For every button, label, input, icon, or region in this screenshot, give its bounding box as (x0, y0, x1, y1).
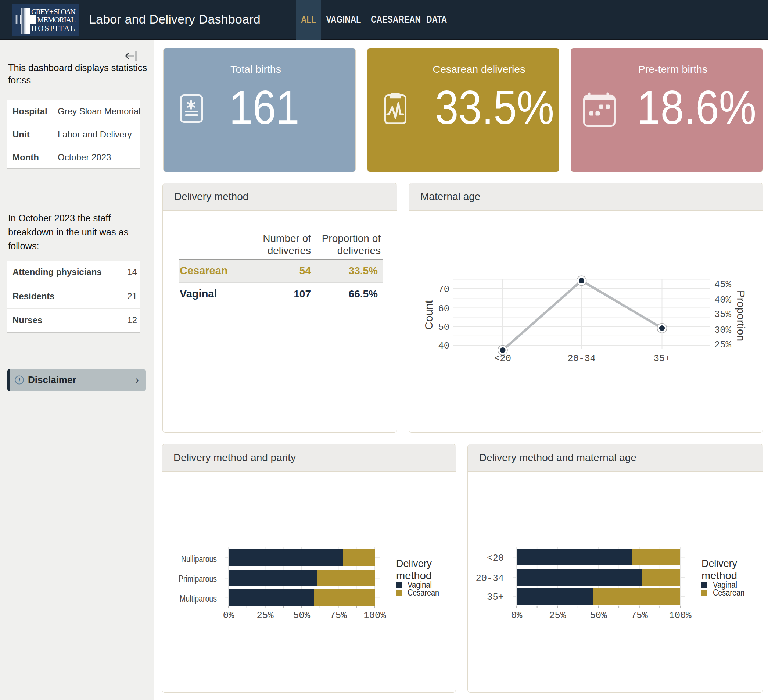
svg-text:Proportion: Proportion (735, 290, 747, 341)
svg-text:<20: <20 (494, 353, 511, 364)
svg-text:35%: 35% (714, 309, 732, 320)
svg-text:35+: 35+ (487, 592, 504, 602)
svg-text:0%: 0% (223, 610, 234, 621)
svg-text:20-34: 20-34 (567, 353, 596, 364)
svg-text:<20: <20 (487, 553, 504, 564)
svg-text:100%: 100% (669, 610, 691, 621)
svg-text:40: 40 (438, 341, 450, 351)
svg-text:75%: 75% (330, 610, 347, 621)
svg-text:MEMORIAL: MEMORIAL (37, 16, 76, 24)
svg-text:GREY + SLOAN: GREY + SLOAN (31, 7, 76, 16)
svg-text:H O S P I T A L: H O S P I T A L (31, 24, 75, 33)
svg-text:i: i (18, 376, 20, 383)
svg-text:method: method (396, 570, 432, 581)
svg-text:40%: 40% (714, 295, 732, 306)
svg-text:50%: 50% (293, 610, 310, 621)
svg-text:Count: Count (422, 300, 435, 330)
svg-text:Delivery: Delivery (396, 558, 432, 569)
svg-text:45%: 45% (714, 279, 732, 290)
svg-text:50: 50 (438, 322, 450, 333)
svg-text:70: 70 (438, 284, 450, 295)
svg-text:Cesarean: Cesarean (713, 588, 744, 597)
svg-text:Cesarean: Cesarean (408, 588, 439, 597)
svg-text:25%: 25% (257, 610, 274, 621)
svg-text:method: method (701, 570, 737, 581)
svg-text:50%: 50% (590, 610, 607, 621)
svg-text:60: 60 (438, 304, 450, 314)
svg-text:20-34: 20-34 (475, 573, 504, 584)
svg-text:0%: 0% (511, 610, 523, 621)
svg-text:75%: 75% (631, 610, 648, 621)
svg-text:Nulliparous: Nulliparous (181, 553, 217, 564)
svg-text:30%: 30% (714, 325, 732, 336)
svg-text:100%: 100% (363, 610, 386, 621)
svg-text:Primiparous: Primiparous (179, 573, 217, 584)
svg-text:35+: 35+ (654, 353, 670, 364)
svg-text:25%: 25% (549, 610, 566, 621)
svg-text:Delivery: Delivery (701, 558, 737, 569)
svg-text:25%: 25% (714, 340, 732, 350)
svg-text:Multiparous: Multiparous (180, 593, 217, 604)
